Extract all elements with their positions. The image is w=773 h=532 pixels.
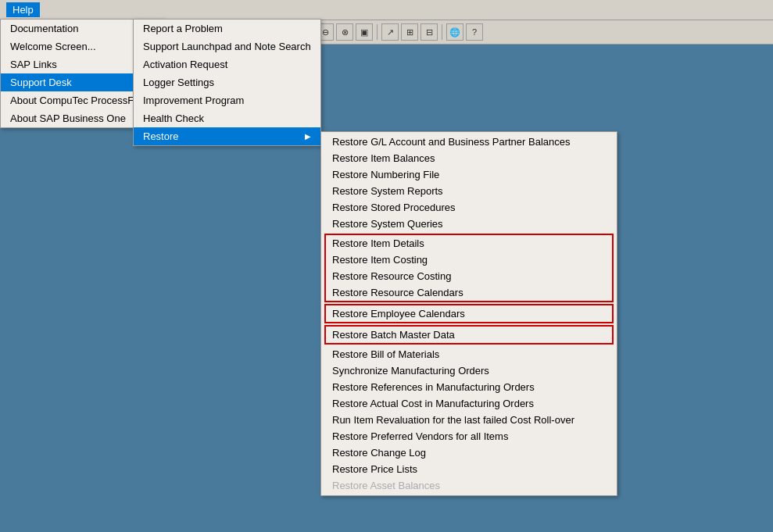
- toolbar-btn-18[interactable]: ▣: [356, 23, 373, 41]
- restore-group-3: Restore Batch Master Data: [324, 325, 614, 345]
- restore-references-mfg-item[interactable]: Restore References in Manufacturing Orde…: [321, 379, 617, 395]
- restore-label: Restore: [143, 130, 179, 142]
- report-problem-label: Report a Problem: [143, 23, 223, 34]
- restore-bill-of-materials-item[interactable]: Restore Bill of Materials: [321, 346, 617, 362]
- toolbar-btn-globe[interactable]: 🌐: [446, 23, 463, 41]
- sap-links-label: SAP Links: [10, 59, 57, 70]
- restore-arrow: ▶: [305, 132, 311, 141]
- restore-change-log-item[interactable]: Restore Change Log: [321, 445, 617, 461]
- menu-item-activation-request[interactable]: Activation Request: [134, 55, 320, 73]
- restore-submenu: Restore G/L Account and Business Partner…: [320, 131, 617, 496]
- toolbar-sep-4: [377, 24, 378, 40]
- restore-employee-calendars-item[interactable]: Restore Employee Calendars: [326, 305, 612, 322]
- support-desk-label: Support Desk: [10, 77, 72, 88]
- documentation-label: Documentation: [10, 23, 78, 34]
- restore-group-1: Restore Item Details Restore Item Costin…: [324, 234, 614, 302]
- toolbar-btn-help[interactable]: ?: [466, 23, 483, 41]
- synchronize-mfg-item[interactable]: Synchronize Manufacturing Orders: [321, 362, 617, 379]
- restore-gl-item[interactable]: Restore G/L Account and Business Partner…: [321, 134, 617, 150]
- about-computec-label: About CompuTec ProcessForce: [10, 95, 154, 106]
- support-desk-submenu: Report a Problem Support Launchpad and N…: [133, 19, 321, 146]
- about-sap-label: About SAP Business One: [10, 112, 126, 124]
- menu-item-restore[interactable]: Restore ▶: [134, 127, 320, 145]
- restore-asset-balances-item: Restore Asset Balances: [321, 477, 617, 494]
- restore-price-lists-item[interactable]: Restore Price Lists: [321, 461, 617, 477]
- logger-settings-label: Logger Settings: [143, 77, 214, 88]
- menu-item-health-check[interactable]: Health Check: [134, 109, 320, 127]
- restore-numbering-item[interactable]: Restore Numbering File: [321, 166, 617, 183]
- health-check-label: Health Check: [143, 112, 204, 124]
- toolbar-sep-5: [442, 24, 442, 40]
- toolbar-btn-20[interactable]: ⊞: [401, 23, 418, 41]
- restore-resource-calendars-item[interactable]: Restore Resource Calendars: [326, 284, 612, 301]
- restore-item-balances-item[interactable]: Restore Item Balances: [321, 150, 617, 166]
- menu-bar: Help: [0, 0, 773, 20]
- improvement-program-label: Improvement Program: [143, 95, 244, 106]
- restore-stored-procedures-item[interactable]: Restore Stored Procedures: [321, 199, 617, 216]
- restore-system-reports-item[interactable]: Restore System Reports: [321, 183, 617, 199]
- restore-system-queries-item[interactable]: Restore System Queries: [321, 216, 617, 232]
- toolbar-btn-17[interactable]: ⊗: [336, 23, 353, 41]
- restore-item-costing-item[interactable]: Restore Item Costing: [326, 252, 612, 268]
- support-launchpad-label: Support Launchpad and Note Search: [143, 41, 311, 52]
- restore-preferred-vendors-item[interactable]: Restore Preferred Vendors for all Items: [321, 428, 617, 445]
- restore-actual-cost-item[interactable]: Restore Actual Cost in Manufacturing Ord…: [321, 395, 617, 412]
- menu-item-support-launchpad[interactable]: Support Launchpad and Note Search: [134, 37, 320, 55]
- menu-item-logger-settings[interactable]: Logger Settings: [134, 73, 320, 91]
- run-item-revaluation-item[interactable]: Run Item Revaluation for the last failed…: [321, 412, 617, 428]
- restore-batch-master-item[interactable]: Restore Batch Master Data: [326, 327, 612, 343]
- toolbar-btn-21[interactable]: ⊟: [420, 23, 438, 41]
- menu-item-improvement-program[interactable]: Improvement Program: [134, 91, 320, 109]
- welcome-label: Welcome Screen...: [10, 41, 96, 52]
- menu-item-report-problem[interactable]: Report a Problem: [134, 20, 320, 37]
- toolbar-btn-19[interactable]: ↗: [381, 23, 399, 41]
- activation-request-label: Activation Request: [143, 59, 227, 70]
- restore-group-2: Restore Employee Calendars: [324, 304, 614, 323]
- help-menu-trigger[interactable]: Help: [6, 2, 40, 17]
- restore-item-details-item[interactable]: Restore Item Details: [326, 235, 612, 252]
- restore-resource-costing-item[interactable]: Restore Resource Costing: [326, 268, 612, 284]
